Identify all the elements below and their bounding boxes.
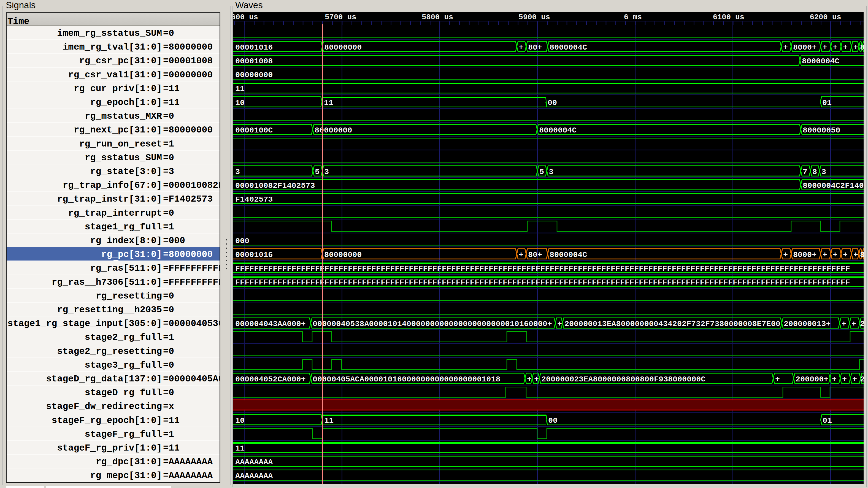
svg-text:FFFFFFFFFFFFFFFFFFFFFFFFFFFFFF: FFFFFFFFFFFFFFFFFFFFFFFFFFFFFFFFFFFFFFFF… xyxy=(235,264,850,273)
svg-text:+: + xyxy=(527,375,532,384)
svg-text:+: + xyxy=(519,250,523,259)
svg-text:FFFFFFFFFFFFFFFFFFFFFFFFFFFFFF: FFFFFFFFFFFFFFFFFFFFFFFFFFFFFFFFFFFFFFFF… xyxy=(235,278,850,287)
svg-text:80+: 80+ xyxy=(528,43,542,52)
svg-text:8000+: 8000+ xyxy=(793,250,816,259)
svg-text:80+: 80+ xyxy=(528,250,542,259)
svg-text:AAAAAAAA: AAAAAAAA xyxy=(235,458,273,467)
svg-text:AAAAAAAA: AAAAAAAA xyxy=(235,471,273,481)
svg-text:+: + xyxy=(833,250,837,259)
svg-text:+: + xyxy=(854,250,858,259)
svg-text:80000050: 80000050 xyxy=(803,126,840,135)
svg-text:+: + xyxy=(783,43,788,52)
svg-text:+: + xyxy=(823,250,827,259)
svg-text:+: + xyxy=(843,43,848,52)
svg-text:6200 us: 6200 us xyxy=(810,13,841,22)
svg-text:01: 01 xyxy=(822,98,832,107)
svg-text:80000000: 80000000 xyxy=(315,126,352,135)
svg-text:00: 00 xyxy=(548,98,557,107)
svg-text:2: 2 xyxy=(860,375,864,384)
svg-text:5800 us: 5800 us xyxy=(422,13,453,22)
svg-text:200000+: 200000+ xyxy=(796,375,828,384)
svg-text:00001016: 00001016 xyxy=(235,43,273,52)
svg-text:11: 11 xyxy=(324,98,333,107)
svg-text:8000004C: 8000004C xyxy=(539,126,577,135)
svg-text:00000040538A000010140000000000: 00000040538A0000101400000000000000000000… xyxy=(313,320,552,329)
svg-text:+: + xyxy=(833,43,837,52)
svg-text:8: 8 xyxy=(860,250,864,259)
svg-text:3: 3 xyxy=(324,167,329,176)
svg-text:0000100C: 0000100C xyxy=(235,126,273,135)
svg-text:10: 10 xyxy=(235,98,245,107)
svg-text:11: 11 xyxy=(235,444,245,453)
svg-text:+: + xyxy=(823,43,827,52)
svg-text:3: 3 xyxy=(822,167,826,176)
svg-text:+: + xyxy=(832,375,837,384)
svg-text:7: 7 xyxy=(803,167,807,176)
svg-text:+: + xyxy=(783,250,788,259)
svg-text:80000000: 80000000 xyxy=(324,250,362,259)
svg-text:000004052CA000+: 000004052CA000+ xyxy=(235,375,306,384)
svg-text:00001008: 00001008 xyxy=(235,57,273,66)
svg-text:+: + xyxy=(851,320,856,329)
svg-text:10: 10 xyxy=(235,416,245,425)
svg-text:+: + xyxy=(534,375,539,384)
svg-text:+: + xyxy=(842,375,847,384)
svg-text:8000004C: 8000004C xyxy=(550,250,587,259)
svg-text:3: 3 xyxy=(235,167,240,176)
svg-text:00001016: 00001016 xyxy=(235,250,273,259)
svg-text:3: 3 xyxy=(549,167,553,176)
svg-text:6 ms: 6 ms xyxy=(624,13,642,22)
svg-text:+: + xyxy=(854,43,858,52)
svg-text:+: + xyxy=(557,320,562,329)
svg-text:5700 us: 5700 us xyxy=(325,13,356,22)
svg-text:5: 5 xyxy=(315,167,319,176)
svg-text:11: 11 xyxy=(324,416,334,425)
svg-text:F1402573: F1402573 xyxy=(235,195,273,204)
svg-text:5900 us: 5900 us xyxy=(519,13,550,22)
svg-text:11: 11 xyxy=(235,84,245,93)
svg-text:00: 00 xyxy=(548,416,558,425)
svg-text:00000405ACA0000101600000000000: 00000405ACA00001016000000000000000001018 xyxy=(313,375,500,384)
svg-text:+: + xyxy=(842,320,846,329)
svg-text:5: 5 xyxy=(539,167,544,176)
svg-text:8000+: 8000+ xyxy=(793,43,816,52)
svg-text:8000004C: 8000004C xyxy=(550,43,587,52)
svg-text:000: 000 xyxy=(235,236,249,246)
svg-text:+: + xyxy=(775,375,780,384)
svg-text:200000013+: 200000013+ xyxy=(784,320,831,329)
svg-text:8: 8 xyxy=(812,167,817,176)
svg-text:80000000: 80000000 xyxy=(324,43,362,52)
svg-text:+: + xyxy=(519,43,523,52)
svg-text:+: + xyxy=(843,250,848,259)
svg-text:01: 01 xyxy=(823,416,832,425)
svg-text:000010082F1402573: 000010082F1402573 xyxy=(235,181,315,190)
svg-text:00000000: 00000000 xyxy=(235,70,273,79)
svg-text:200000013EA800000000434202F732: 200000013EA800000000434202F732F738000000… xyxy=(564,320,780,329)
svg-text:8: 8 xyxy=(860,43,864,52)
svg-text:8000004C: 8000004C xyxy=(802,57,839,66)
svg-text:2: 2 xyxy=(860,320,864,329)
svg-text:200000023EA8000000800800F93800: 200000023EA8000000800800F938000000C xyxy=(541,375,706,384)
svg-text:8000004C2F1402573: 8000004C2F1402573 xyxy=(803,181,864,190)
svg-text:5600 us: 5600 us xyxy=(233,13,258,22)
svg-text:+: + xyxy=(852,375,857,384)
svg-text:6100 us: 6100 us xyxy=(713,13,744,22)
svg-text:000004043AA000+: 000004043AA000+ xyxy=(235,320,306,329)
